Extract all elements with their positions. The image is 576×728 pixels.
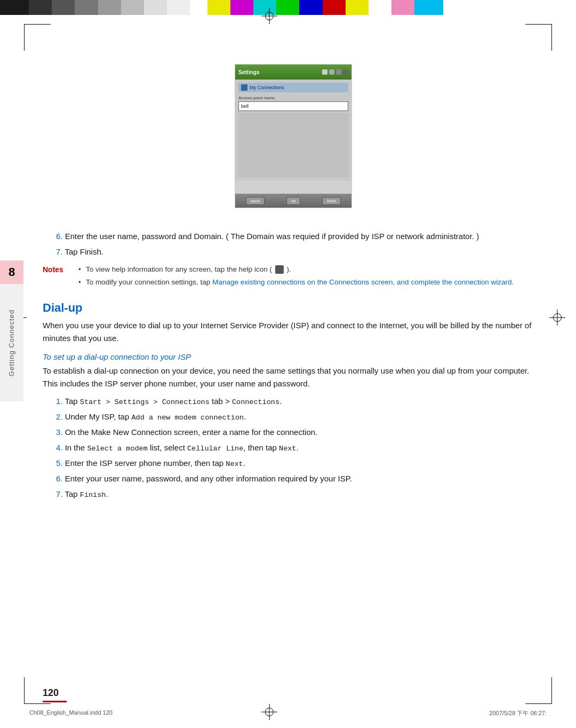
device-screenshot-container: Settings My Connections Access point nam… xyxy=(43,64,544,219)
step-6b-num: 6. xyxy=(56,474,63,483)
step-6: 6. Enter the user name, password and Dom… xyxy=(53,231,544,243)
step-7b-num: 7. xyxy=(56,489,63,498)
step-7-num: 7. xyxy=(56,247,63,256)
step-7b-text: Tap xyxy=(65,489,79,498)
device-menu-text: My Connections xyxy=(250,85,284,90)
device-screen: Settings My Connections Access point nam… xyxy=(235,65,351,208)
device-titlebar-icons xyxy=(322,69,348,75)
dialup-step-2: 2. Under My ISP, tap Add a new modem con… xyxy=(53,411,544,423)
device-input-field: bell xyxy=(238,101,348,111)
step-5-mono: Next xyxy=(226,460,243,468)
device-titlebar-text: Settings xyxy=(238,69,319,75)
color-segment xyxy=(323,0,346,15)
device-empty-area xyxy=(238,113,348,177)
step-4-text3: , then tap xyxy=(243,443,279,452)
footer-left: Ch08_English_Manual.indd 120 xyxy=(29,709,113,717)
note-2-text-plain: To modify your connection settings, tap xyxy=(86,278,212,286)
step-3-num: 3. xyxy=(56,428,63,437)
steps-top-list: 6. Enter the user name, password and Dom… xyxy=(53,231,544,258)
step-7b-mono: Finish xyxy=(80,491,106,499)
device-label: Access point name: xyxy=(238,96,348,100)
note-1-text-end: ). xyxy=(285,265,291,273)
step-6b-text: Enter your user name, password, and any … xyxy=(65,474,352,483)
device-btn-next[interactable]: Next xyxy=(322,197,340,205)
color-segment xyxy=(369,0,391,15)
titlebar-icon-2 xyxy=(329,69,334,75)
step-7-text: Tap Finish. xyxy=(65,247,103,256)
chapter-title-tab: Getting Connected xyxy=(0,284,23,401)
device-bottom-bar: back ok Next xyxy=(235,194,351,208)
help-icon xyxy=(275,265,284,274)
step-1-text2: tab > xyxy=(210,397,232,406)
color-segment xyxy=(75,0,98,15)
main-content: Settings My Connections Access point nam… xyxy=(43,64,544,685)
page-number-underline xyxy=(43,701,67,702)
step-2-text: Under My ISP, tap xyxy=(65,412,132,421)
notes-section: Notes To view help information for any s… xyxy=(43,264,544,290)
step-1-text: Tap xyxy=(65,397,79,406)
device-menu-icon xyxy=(241,84,247,91)
color-segment xyxy=(167,0,190,15)
notes-content: To view help information for any screen,… xyxy=(78,264,544,290)
footer: Ch08_English_Manual.indd 120 2007/5/28 下… xyxy=(29,709,547,717)
step-7b-text2: . xyxy=(106,489,108,498)
dialup-step-3: 3. On the Make New Connection screen, en… xyxy=(53,426,544,439)
color-segment xyxy=(391,0,414,15)
step-4-mono1: Select a modem xyxy=(87,445,147,453)
device-titlebar: Settings xyxy=(235,65,351,80)
device-body: My Connections Access point name: bell xyxy=(235,80,351,180)
step-1-text3: . xyxy=(279,397,282,406)
color-segment xyxy=(299,0,322,15)
page-number: 120 xyxy=(43,687,59,699)
step-2-text2: . xyxy=(244,412,246,421)
color-bar xyxy=(0,0,576,15)
step-2-mono: Add a new modem connection xyxy=(131,414,244,422)
step-7: 7. Tap Finish. xyxy=(53,246,544,258)
footer-right: 2007/5/28 下午 06:27: xyxy=(489,709,547,717)
chapter-title-text: Getting Connected xyxy=(8,309,16,376)
dialup-step-5: 5. Enter the ISP server phone number, th… xyxy=(53,457,544,470)
section-title-dialup: Dial-up xyxy=(43,301,544,315)
crosshair-top xyxy=(261,8,277,24)
color-segment xyxy=(207,0,230,15)
crosshair-right xyxy=(549,310,565,326)
color-segment xyxy=(0,0,29,15)
step-6-text: Enter the user name, password and Domain… xyxy=(65,232,479,241)
step-4-mono2: Cellular Line xyxy=(187,445,243,453)
device-screenshot: Settings My Connections Access point nam… xyxy=(235,64,352,208)
dialup-steps-list: 1. Tap Start > Settings > Connections ta… xyxy=(53,395,544,501)
color-segment xyxy=(98,0,121,15)
step-4-text: In the xyxy=(65,443,87,452)
dialup-step-6: 6. Enter your user name, password, and a… xyxy=(53,473,544,485)
color-segment xyxy=(29,0,52,15)
step-4-num: 4. xyxy=(56,443,63,452)
step-2-num: 2. xyxy=(56,412,63,421)
titlebar-icon-1 xyxy=(322,69,327,75)
dialup-body-text: When you use your device to dial up to y… xyxy=(43,319,544,345)
step-4-text4: . xyxy=(296,443,298,452)
step-1-mono2: Connections xyxy=(232,398,279,406)
step-3-text: On the Make New Connection screen, enter… xyxy=(65,428,318,437)
color-segment xyxy=(346,0,369,15)
step-6-num: 6. xyxy=(56,232,63,241)
device-btn-ok[interactable]: ok xyxy=(286,197,300,205)
titlebar-icon-3 xyxy=(336,69,341,75)
step-1-mono: Start > Settings > Connections xyxy=(80,398,210,406)
note-1-text: To view help information for any screen,… xyxy=(86,265,274,273)
device-btn-back[interactable]: back xyxy=(246,197,265,205)
registration-corner-tr xyxy=(525,24,552,51)
step-5-text: Enter the ISP server phone number, then … xyxy=(65,458,226,468)
step-4-mono3: Next xyxy=(279,445,296,453)
dialup-step-1: 1. Tap Start > Settings > Connections ta… xyxy=(53,395,544,408)
step-5-text2: . xyxy=(243,458,245,468)
color-segment xyxy=(230,0,253,15)
note-item-1: To view help information for any screen,… xyxy=(78,264,544,275)
subsection-title-dialup: To set up a dial-up connection to your I… xyxy=(43,352,544,361)
color-segment xyxy=(414,0,443,15)
device-menu-item: My Connections xyxy=(238,83,348,92)
registration-corner-tl xyxy=(24,24,51,51)
dialup-step-4: 4. In the Select a modem list, select Ce… xyxy=(53,442,544,454)
color-segment xyxy=(52,0,75,15)
color-segment xyxy=(190,0,207,15)
color-segment xyxy=(121,0,144,15)
